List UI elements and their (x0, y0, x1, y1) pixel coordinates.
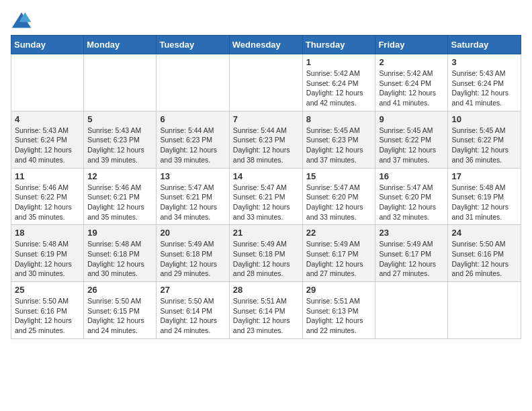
calendar-header-thursday: Thursday (302, 36, 375, 54)
calendar-cell: 29Sunrise: 5:51 AM Sunset: 6:13 PM Dayli… (302, 282, 375, 339)
day-info: Sunrise: 5:44 AM Sunset: 6:23 PM Dayligh… (233, 126, 299, 165)
day-info: Sunrise: 5:43 AM Sunset: 6:23 PM Dayligh… (87, 126, 152, 165)
calendar-cell: 23Sunrise: 5:49 AM Sunset: 6:17 PM Dayli… (375, 225, 448, 282)
day-number: 29 (306, 285, 372, 295)
calendar-header-tuesday: Tuesday (157, 36, 229, 54)
calendar-cell: 6Sunrise: 5:44 AM Sunset: 6:23 PM Daylig… (157, 111, 229, 168)
day-info: Sunrise: 5:47 AM Sunset: 6:20 PM Dayligh… (379, 183, 444, 222)
day-info: Sunrise: 5:48 AM Sunset: 6:18 PM Dayligh… (87, 239, 152, 279)
calendar-week-5: 25Sunrise: 5:50 AM Sunset: 6:16 PM Dayli… (11, 282, 521, 339)
day-info: Sunrise: 5:45 AM Sunset: 6:22 PM Dayligh… (451, 126, 517, 165)
day-number: 4 (15, 114, 80, 124)
day-info: Sunrise: 5:50 AM Sunset: 6:14 PM Dayligh… (160, 296, 225, 336)
day-number: 5 (87, 114, 152, 124)
calendar-cell: 27Sunrise: 5:50 AM Sunset: 6:14 PM Dayli… (157, 282, 229, 339)
calendar-header-saturday: Saturday (448, 36, 521, 54)
day-number: 1 (306, 57, 372, 67)
day-info: Sunrise: 5:48 AM Sunset: 6:19 PM Dayligh… (15, 239, 80, 279)
calendar-cell: 1Sunrise: 5:42 AM Sunset: 6:24 PM Daylig… (302, 54, 375, 111)
day-info: Sunrise: 5:43 AM Sunset: 6:24 PM Dayligh… (451, 68, 517, 108)
day-info: Sunrise: 5:42 AM Sunset: 6:24 PM Dayligh… (306, 68, 372, 108)
day-number: 23 (379, 228, 444, 238)
day-number: 2 (379, 57, 444, 67)
calendar-header-row: SundayMondayTuesdayWednesdayThursdayFrid… (11, 36, 521, 54)
calendar-cell: 2Sunrise: 5:42 AM Sunset: 6:24 PM Daylig… (375, 54, 448, 111)
calendar-cell: 28Sunrise: 5:51 AM Sunset: 6:14 PM Dayli… (229, 282, 302, 339)
calendar-cell: 4Sunrise: 5:43 AM Sunset: 6:24 PM Daylig… (11, 111, 84, 168)
day-info: Sunrise: 5:51 AM Sunset: 6:14 PM Dayligh… (233, 296, 299, 336)
day-number: 21 (233, 228, 299, 238)
day-info: Sunrise: 5:47 AM Sunset: 6:20 PM Dayligh… (306, 183, 372, 222)
calendar-table: SundayMondayTuesdayWednesdayThursdayFrid… (11, 35, 521, 339)
calendar-cell: 25Sunrise: 5:50 AM Sunset: 6:16 PM Dayli… (11, 282, 84, 339)
calendar-cell: 9Sunrise: 5:45 AM Sunset: 6:22 PM Daylig… (375, 111, 448, 168)
page-header (11, 11, 521, 30)
calendar-header-monday: Monday (84, 36, 157, 54)
calendar-cell: 10Sunrise: 5:45 AM Sunset: 6:22 PM Dayli… (448, 111, 521, 168)
calendar-header-wednesday: Wednesday (229, 36, 302, 54)
calendar-cell (157, 54, 229, 111)
day-number: 9 (379, 114, 444, 124)
day-info: Sunrise: 5:49 AM Sunset: 6:17 PM Dayligh… (306, 239, 372, 279)
calendar-cell: 7Sunrise: 5:44 AM Sunset: 6:23 PM Daylig… (229, 111, 302, 168)
day-info: Sunrise: 5:47 AM Sunset: 6:21 PM Dayligh… (233, 183, 299, 222)
calendar-cell (84, 54, 157, 111)
logo (11, 11, 35, 30)
day-number: 24 (451, 228, 517, 238)
calendar-cell: 11Sunrise: 5:46 AM Sunset: 6:22 PM Dayli… (11, 168, 84, 225)
day-info: Sunrise: 5:44 AM Sunset: 6:23 PM Dayligh… (160, 126, 225, 165)
day-number: 3 (451, 57, 517, 67)
day-info: Sunrise: 5:48 AM Sunset: 6:19 PM Dayligh… (451, 183, 517, 222)
day-info: Sunrise: 5:51 AM Sunset: 6:13 PM Dayligh… (306, 296, 372, 336)
day-number: 28 (233, 285, 299, 295)
day-info: Sunrise: 5:49 AM Sunset: 6:18 PM Dayligh… (160, 239, 225, 279)
calendar-week-3: 11Sunrise: 5:46 AM Sunset: 6:22 PM Dayli… (11, 168, 521, 225)
calendar-cell: 12Sunrise: 5:46 AM Sunset: 6:21 PM Dayli… (84, 168, 157, 225)
calendar-cell (11, 54, 84, 111)
day-info: Sunrise: 5:49 AM Sunset: 6:17 PM Dayligh… (379, 239, 444, 279)
day-number: 27 (160, 285, 225, 295)
calendar-cell: 19Sunrise: 5:48 AM Sunset: 6:18 PM Dayli… (84, 225, 157, 282)
calendar-week-1: 1Sunrise: 5:42 AM Sunset: 6:24 PM Daylig… (11, 54, 521, 111)
day-info: Sunrise: 5:43 AM Sunset: 6:24 PM Dayligh… (15, 126, 80, 165)
day-info: Sunrise: 5:50 AM Sunset: 6:16 PM Dayligh… (15, 296, 80, 336)
day-number: 12 (87, 171, 152, 181)
day-number: 7 (233, 114, 299, 124)
calendar-cell: 17Sunrise: 5:48 AM Sunset: 6:19 PM Dayli… (448, 168, 521, 225)
calendar-week-4: 18Sunrise: 5:48 AM Sunset: 6:19 PM Dayli… (11, 225, 521, 282)
day-number: 14 (233, 171, 299, 181)
calendar-cell: 26Sunrise: 5:50 AM Sunset: 6:15 PM Dayli… (84, 282, 157, 339)
day-number: 26 (87, 285, 152, 295)
day-number: 11 (15, 171, 80, 181)
day-number: 10 (451, 114, 517, 124)
day-info: Sunrise: 5:45 AM Sunset: 6:22 PM Dayligh… (379, 126, 444, 165)
calendar-header-sunday: Sunday (11, 36, 84, 54)
day-info: Sunrise: 5:50 AM Sunset: 6:15 PM Dayligh… (87, 296, 152, 336)
day-number: 18 (15, 228, 80, 238)
day-number: 15 (306, 171, 372, 181)
calendar-cell: 15Sunrise: 5:47 AM Sunset: 6:20 PM Dayli… (302, 168, 375, 225)
day-number: 19 (87, 228, 152, 238)
day-number: 8 (306, 114, 372, 124)
calendar-cell: 18Sunrise: 5:48 AM Sunset: 6:19 PM Dayli… (11, 225, 84, 282)
logo-icon (11, 11, 32, 30)
calendar-cell: 14Sunrise: 5:47 AM Sunset: 6:21 PM Dayli… (229, 168, 302, 225)
calendar-week-2: 4Sunrise: 5:43 AM Sunset: 6:24 PM Daylig… (11, 111, 521, 168)
calendar-cell: 5Sunrise: 5:43 AM Sunset: 6:23 PM Daylig… (84, 111, 157, 168)
day-number: 22 (306, 228, 372, 238)
calendar-cell: 20Sunrise: 5:49 AM Sunset: 6:18 PM Dayli… (157, 225, 229, 282)
day-info: Sunrise: 5:46 AM Sunset: 6:22 PM Dayligh… (15, 183, 80, 222)
day-info: Sunrise: 5:47 AM Sunset: 6:21 PM Dayligh… (160, 183, 225, 222)
calendar-cell (448, 282, 521, 339)
calendar-cell: 13Sunrise: 5:47 AM Sunset: 6:21 PM Dayli… (157, 168, 229, 225)
calendar-cell: 24Sunrise: 5:50 AM Sunset: 6:16 PM Dayli… (448, 225, 521, 282)
calendar-cell (229, 54, 302, 111)
calendar-cell: 21Sunrise: 5:49 AM Sunset: 6:18 PM Dayli… (229, 225, 302, 282)
calendar-cell: 3Sunrise: 5:43 AM Sunset: 6:24 PM Daylig… (448, 54, 521, 111)
calendar-cell: 22Sunrise: 5:49 AM Sunset: 6:17 PM Dayli… (302, 225, 375, 282)
day-info: Sunrise: 5:42 AM Sunset: 6:24 PM Dayligh… (379, 68, 444, 108)
day-info: Sunrise: 5:46 AM Sunset: 6:21 PM Dayligh… (87, 183, 152, 222)
day-number: 25 (15, 285, 80, 295)
day-info: Sunrise: 5:49 AM Sunset: 6:18 PM Dayligh… (233, 239, 299, 279)
day-number: 6 (160, 114, 225, 124)
